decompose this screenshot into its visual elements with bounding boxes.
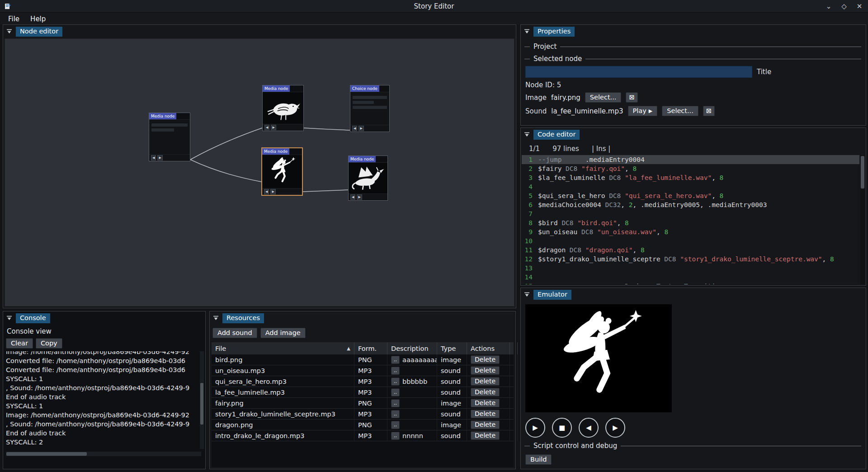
code-line[interactable]: 9$un_oiseau DC8 "un_oiseau.wav", 8 — [522, 227, 859, 236]
edit-description-button[interactable]: .. — [391, 421, 400, 429]
edit-description-button[interactable]: .. — [391, 356, 400, 364]
console-log[interactable]: Image: /home/anthony/ostproj/ba869e4b-03… — [6, 351, 201, 449]
code-area[interactable]: 1--jump .mediaEntry0004 2$fairy DC8 "fai… — [522, 155, 859, 284]
collapse-icon[interactable] — [6, 315, 13, 321]
node-next-button[interactable]: ▶ — [157, 155, 162, 160]
node-dragon[interactable]: Media node ◀ ▶ — [348, 156, 388, 201]
edit-description-button[interactable]: .. — [391, 388, 400, 396]
play-button[interactable]: ▶ — [525, 418, 545, 438]
table-row[interactable]: story1_drako_luminelle_sceptre.mp3 MP3 .… — [212, 409, 514, 420]
node-canvas[interactable]: Media node ◀ ▶ Media node ◀ ▶ Choice nod… — [5, 38, 514, 307]
collapse-icon[interactable] — [524, 292, 530, 298]
edit-description-button[interactable]: .. — [391, 432, 400, 440]
table-row[interactable]: fairy.png PNG .. image Delete — [212, 398, 514, 409]
code-line[interactable]: 8$bird DC8 "bird.qoi", 8 — [522, 218, 859, 227]
collapse-icon[interactable] — [212, 315, 219, 321]
delete-button[interactable]: Delete — [471, 431, 500, 440]
sound-select-button[interactable]: Select... — [662, 106, 698, 116]
node-next-button[interactable]: ▶ — [359, 126, 363, 131]
column-file[interactable]: File▲ — [212, 342, 354, 354]
delete-button[interactable]: Delete — [471, 420, 500, 429]
node-fairy-selected[interactable]: Media node ◀ ▶ — [261, 147, 303, 196]
table-row[interactable]: dragon.png PNG .. image Delete — [212, 420, 514, 430]
code-scrollbar[interactable] — [860, 155, 865, 284]
code-scrollbar-thumb[interactable] — [861, 156, 864, 189]
properties-panel: Properties Project Selected node Title N… — [520, 24, 866, 126]
collapse-icon[interactable] — [6, 28, 13, 35]
delete-button[interactable]: Delete — [471, 377, 500, 386]
delete-button[interactable]: Delete — [471, 388, 500, 396]
menu-help[interactable]: Help — [26, 14, 50, 24]
description-cell: .. — [387, 409, 437, 419]
node-prev-button[interactable]: ◀ — [151, 155, 156, 160]
node-next-button[interactable]: ▶ — [270, 189, 275, 194]
group-script-control: Script control and debug — [524, 442, 861, 450]
delete-button[interactable]: Delete — [471, 366, 500, 375]
collapse-icon[interactable] — [524, 28, 530, 35]
minimize-icon[interactable]: ⌄ — [825, 2, 833, 10]
title-input[interactable] — [525, 66, 752, 78]
code-line[interactable]: 10 — [522, 236, 859, 245]
code-line[interactable]: 3$la_fee_luminelle DC8 "la_fee_luminelle… — [522, 173, 859, 182]
table-row[interactable]: qui_sera_le_hero.mp3 MP3 ..bbbbbb sound … — [212, 376, 514, 387]
delete-button[interactable]: Delete — [471, 355, 500, 364]
code-line[interactable]: 7 — [522, 209, 859, 218]
image-select-button[interactable]: Select... — [585, 92, 622, 103]
clear-button[interactable]: Clear — [6, 338, 33, 349]
code-line[interactable]: 13 — [522, 264, 859, 273]
sound-play-button[interactable]: Play▶ — [628, 106, 658, 116]
table-row[interactable]: intro_drako_le_dragon.mp3 MP3 ..nnnnn so… — [212, 430, 514, 441]
code-line[interactable]: 15 Drako Text Transition — [522, 282, 859, 284]
menu-file[interactable]: File — [4, 14, 24, 24]
code-token: "fairy.qoi" — [581, 164, 625, 173]
column-form[interactable]: Form. — [354, 342, 387, 354]
delete-button[interactable]: Delete — [471, 399, 500, 407]
column-type[interactable]: Type — [437, 342, 467, 354]
console-vscrollbar-thumb[interactable] — [200, 383, 203, 425]
stop-button[interactable]: ■ — [552, 418, 572, 438]
add-sound-button[interactable]: Add sound — [212, 328, 257, 338]
code-line[interactable]: 11$dragon DC8 "dragon.qoi", 8 — [522, 245, 859, 255]
step-forward-button[interactable]: ▶ — [605, 418, 625, 438]
console-hscrollbar[interactable] — [6, 452, 201, 456]
copy-button[interactable]: Copy — [36, 338, 62, 349]
node-start[interactable]: Media node ◀ ▶ — [149, 113, 190, 161]
console-hscrollbar-thumb[interactable] — [6, 452, 87, 456]
build-button[interactable]: Build — [525, 454, 552, 465]
code-line[interactable]: 5$qui_sera_le_hero DC8 "qui_sera_le_hero… — [522, 191, 859, 200]
node-prev-button[interactable]: ◀ — [350, 194, 355, 200]
node-field — [151, 123, 188, 127]
table-row[interactable]: un_oiseau.mp3 MP3 .. sound Delete — [212, 365, 514, 376]
console-vscrollbar[interactable] — [200, 351, 204, 449]
file-cell: dragon.png — [212, 420, 354, 430]
collapse-icon[interactable] — [524, 132, 530, 138]
column-description[interactable]: Description — [387, 342, 437, 354]
code-line[interactable]: 12$story1_drako_luminelle_sceptre DC8 "s… — [522, 255, 859, 264]
node-prev-button[interactable]: ◀ — [264, 125, 269, 130]
node-next-button[interactable]: ▶ — [271, 125, 276, 130]
code-line[interactable]: 14 — [522, 273, 859, 282]
edit-description-button[interactable]: .. — [391, 378, 400, 386]
sound-clear-button[interactable]: ⊠ — [703, 106, 715, 116]
node-next-button[interactable]: ▶ — [357, 194, 362, 200]
edit-description-button[interactable]: .. — [391, 367, 400, 375]
column-actions[interactable]: Actions — [467, 342, 510, 354]
table-row[interactable]: la_fee_luminelle.mp3 MP3 .. sound Delete — [212, 387, 514, 398]
table-row[interactable]: bird.png PNG ..aaaaaaaaa image Delete — [212, 354, 514, 365]
code-line[interactable]: 2$fairy DC8 "fairy.qoi", 8 — [522, 164, 859, 173]
close-icon[interactable]: ✕ — [855, 2, 863, 10]
edit-description-button[interactable]: .. — [391, 399, 400, 407]
code-line[interactable]: 6$mediaChoice0004 DC32, 2, .mediaEntry00… — [522, 200, 859, 209]
code-line[interactable]: 4 — [522, 182, 859, 191]
maximize-icon[interactable]: ◇ — [840, 2, 848, 10]
node-choice[interactable]: Choice node ◀ ▶ — [350, 85, 390, 132]
node-prev-button[interactable]: ◀ — [352, 126, 357, 131]
delete-button[interactable]: Delete — [471, 410, 500, 418]
node-bird[interactable]: Media node ◀ ▶ — [262, 85, 304, 131]
node-prev-button[interactable]: ◀ — [264, 189, 269, 194]
image-clear-button[interactable]: ⊠ — [626, 92, 637, 103]
code-line[interactable]: 1--jump .mediaEntry0004 — [522, 155, 859, 164]
edit-description-button[interactable]: .. — [391, 410, 400, 418]
add-image-button[interactable]: Add image — [260, 328, 306, 338]
step-back-button[interactable]: ◀ — [579, 418, 599, 438]
